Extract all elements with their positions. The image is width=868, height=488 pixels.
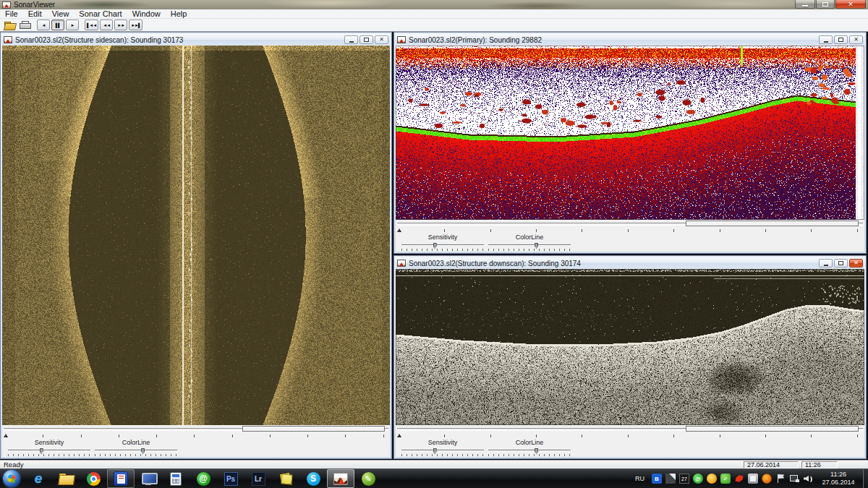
tray-status-icon[interactable]: ✓ [720, 474, 731, 484]
downscan-sonar-image [396, 269, 864, 425]
window-minimize-button[interactable] [819, 35, 833, 44]
tray-calendar-icon[interactable]: 27 [679, 474, 689, 484]
window-minimize-button[interactable] [344, 35, 358, 44]
menu-window[interactable]: Window [127, 9, 166, 19]
window-sidescan-title: Sonar0023.sl2(Structure sidescan): Sound… [15, 36, 344, 44]
fast-backward-button[interactable]: ◄◄ [100, 20, 113, 30]
minimize-button[interactable] [795, 0, 815, 9]
clock-date: 27.06.2014 [818, 479, 859, 487]
play-backward-button[interactable]: ◄ [37, 20, 50, 30]
folder-icon [59, 474, 73, 484]
main-title-bar[interactable]: SonarViewer ✕ [0, 0, 868, 9]
window-close-button[interactable]: ✕ [375, 35, 388, 44]
taskbar-sonarviewer[interactable] [327, 469, 354, 488]
skype-icon: S [307, 472, 320, 486]
floppy-disk-icon [114, 471, 128, 486]
window-maximize-button[interactable] [359, 35, 373, 44]
sensitivity-slider[interactable] [401, 448, 484, 453]
menu-edit[interactable]: Edit [23, 9, 47, 19]
start-button[interactable] [3, 470, 20, 487]
colorline-slider[interactable] [95, 448, 177, 453]
window-sidescan-titlebar[interactable]: Sonar0023.sl2(Structure sidescan): Sound… [2, 34, 390, 46]
horizontal-scrollbar[interactable] [4, 426, 388, 432]
taskbar-mailru-agent[interactable]: @ [190, 469, 217, 488]
action-center-flag-icon[interactable] [775, 474, 786, 484]
window-close-button[interactable]: ✕ [849, 35, 863, 44]
menu-view[interactable]: View [47, 9, 75, 19]
taskbar-windows-explorer[interactable] [52, 469, 80, 488]
status-time: 11:26 [801, 461, 838, 468]
window-maximize-button[interactable] [834, 35, 848, 44]
pause-button[interactable]: ▌▌ [51, 20, 64, 30]
scrollbar-thumb[interactable] [686, 221, 858, 226]
tray-orange-icon[interactable] [762, 474, 772, 484]
window-minimize-button[interactable] [819, 259, 833, 267]
colorline-slider-group: ColorLine [488, 439, 571, 456]
primary-sonar-image [396, 46, 864, 220]
colorline-thumb[interactable] [141, 448, 145, 454]
window-sidescan: Sonar0023.sl2(Structure sidescan): Sound… [0, 32, 392, 459]
scrollbar-thumb[interactable] [686, 426, 858, 432]
sensitivity-slider[interactable] [8, 448, 90, 453]
taskbar-calculator[interactable] [162, 469, 190, 488]
taskbar-sticky-notes[interactable] [272, 469, 299, 488]
language-indicator[interactable]: RU [635, 475, 644, 482]
print-button[interactable] [17, 20, 32, 30]
colorline-slider-group: ColorLine [95, 439, 177, 456]
menu-file[interactable]: File [0, 9, 23, 19]
window-downscan-titlebar[interactable]: Sonar0023.sl2(Structure downscan): Sound… [396, 257, 864, 269]
maximize-icon [838, 261, 843, 265]
taskbar-internet-explorer[interactable]: e [25, 469, 52, 488]
colorline-slider[interactable] [488, 448, 571, 453]
taskbar-backup-app[interactable] [107, 469, 135, 488]
taskbar-photoshop[interactable]: Ps [217, 469, 244, 488]
window-primary-title: Sonar0023.sl2(Primary): Sounding 29882 [409, 36, 819, 44]
window-primary-titlebar[interactable]: Sonar0023.sl2(Primary): Sounding 29882 ✕ [396, 34, 864, 46]
window-close-button[interactable]: ✕ [849, 259, 863, 267]
close-button[interactable]: ✕ [835, 0, 866, 9]
window-maximize-button[interactable] [834, 259, 848, 267]
colorline-slider[interactable] [488, 243, 571, 247]
taskbar-lightroom[interactable]: Lr [244, 469, 272, 488]
play-forward-button[interactable]: ► [66, 20, 79, 30]
taskbar-clock[interactable]: 11:26 27.06.2014 [818, 471, 859, 487]
network-icon[interactable] [789, 474, 799, 484]
horizontal-scrollbar[interactable] [397, 426, 863, 432]
primary-controls: Sensitivity ColorLine [396, 220, 864, 252]
menu-help[interactable]: Help [166, 9, 192, 19]
maximize-button[interactable] [816, 0, 835, 9]
tray-clipboard-icon[interactable] [748, 474, 758, 484]
open-folder-icon [4, 22, 14, 29]
tray-download-icon[interactable] [734, 474, 744, 484]
skip-to-start-button[interactable]: ▌◄◄ [85, 20, 98, 30]
tray-weather-icon[interactable] [707, 474, 717, 484]
sensitivity-thumb[interactable] [433, 243, 437, 249]
menu-sonar-chart[interactable]: Sonar Chart [74, 9, 127, 19]
taskbar-chrome[interactable] [80, 469, 107, 488]
colorline-thumb[interactable] [535, 243, 538, 249]
minimize-icon [824, 41, 828, 43]
skip-to-start-icon: ▌◄◄ [87, 23, 96, 27]
colorline-thumb[interactable] [535, 448, 538, 454]
taskbar-notes-app[interactable]: ✎ [354, 469, 382, 488]
fast-forward-button[interactable]: ►► [114, 20, 127, 30]
taskbar-my-computer[interactable] [135, 469, 162, 488]
show-desktop-button[interactable] [863, 469, 868, 488]
horizontal-scrollbar[interactable] [397, 221, 863, 227]
ruler-ticks [399, 435, 861, 438]
volume-icon[interactable] [803, 474, 813, 484]
sensitivity-slider[interactable] [401, 243, 484, 247]
scrollbar-thumb[interactable] [242, 426, 385, 432]
chrome-icon [87, 472, 101, 486]
taskbar-skype[interactable]: S [299, 469, 327, 488]
sensitivity-thumb[interactable] [40, 448, 43, 454]
status-text: Ready [4, 461, 23, 468]
open-file-button[interactable] [2, 20, 17, 30]
tray-b-icon[interactable]: B [652, 474, 662, 484]
pause-icon: ▌▌ [56, 23, 61, 27]
skip-to-end-button[interactable]: ►►▌ [129, 20, 142, 30]
tray-notes-icon[interactable] [665, 474, 676, 484]
tray-mailru-icon[interactable]: @ [693, 474, 703, 484]
sidescan-sonar-image [2, 46, 390, 425]
sensitivity-thumb[interactable] [433, 448, 437, 454]
